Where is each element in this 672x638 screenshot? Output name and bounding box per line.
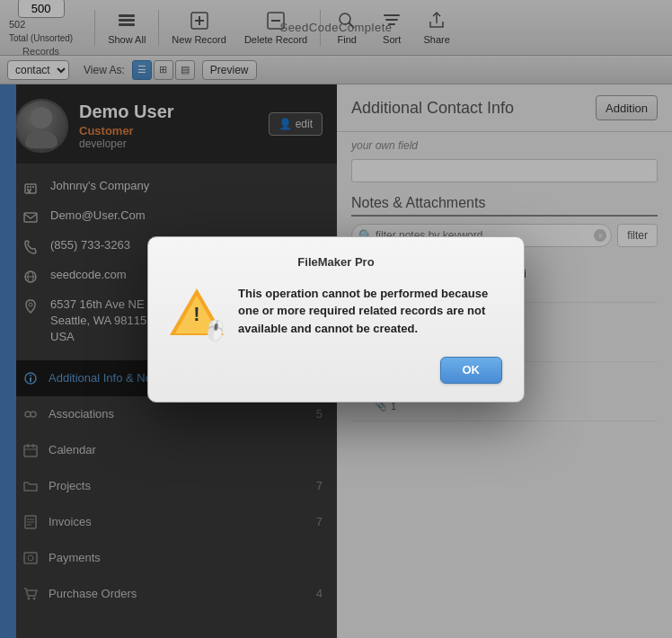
modal-footer: OK bbox=[170, 357, 502, 384]
modal-message: This operation cannot be performed becau… bbox=[238, 285, 502, 338]
warning-icon: ! 🖱️ bbox=[170, 285, 224, 339]
ok-button[interactable]: OK bbox=[440, 357, 503, 384]
modal-dialog: FileMaker Pro ! 🖱️ This operation cannot… bbox=[147, 236, 525, 403]
cursor-icon: 🖱️ bbox=[201, 316, 229, 343]
exclamation-mark: ! bbox=[193, 303, 199, 326]
modal-overlay: FileMaker Pro ! 🖱️ This operation cannot… bbox=[0, 0, 672, 638]
modal-title: FileMaker Pro bbox=[170, 255, 502, 269]
modal-body: ! 🖱️ This operation cannot be performed … bbox=[170, 285, 502, 339]
